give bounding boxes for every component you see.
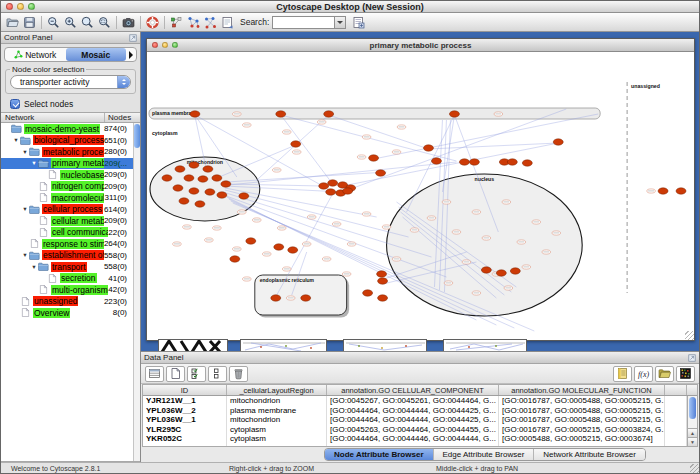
tab-mosaic[interactable]: Mosaic (66, 48, 127, 61)
canvas-resize-grip[interactable] (685, 331, 694, 340)
network-canvas[interactable]: plasma membranecytoplasm mitochondrion n… (147, 52, 694, 340)
svg-text:endoplasmic reticulum: endoplasmic reticulum (260, 277, 315, 283)
tree-row[interactable]: multi-organism pro 42(0) (1, 284, 140, 296)
select-nodes-checkbox[interactable] (10, 99, 20, 109)
zoom-in-icon[interactable] (62, 14, 79, 30)
import-attributes-icon[interactable] (350, 14, 367, 30)
tree-scrollbar-thumb[interactable] (134, 124, 140, 148)
tree-row-label: macromolecule (51, 193, 104, 203)
attr-grid-icon[interactable] (145, 366, 164, 382)
column-header[interactable]: annotation.GO CELLULAR_COMPONENT (327, 385, 499, 395)
tab-edge-attribute-browser[interactable]: Edge Attribute Browser (433, 449, 534, 460)
network-layout-b-icon[interactable] (185, 14, 202, 30)
snapshot-icon[interactable] (120, 14, 137, 30)
table-row[interactable]: YKR052Ccytoplasm[GO:0044464, GO:0044446,… (143, 434, 697, 444)
search-dropdown-icon[interactable] (334, 16, 346, 29)
tree-row[interactable]: unassigned 223(0) (1, 296, 140, 308)
column-header[interactable]: ID (143, 385, 227, 395)
node-color-dropdown[interactable]: transporter activity (10, 75, 131, 89)
cytoscape-window: Cytoscape Desktop (New Session) Search: … (0, 0, 700, 474)
zoom-fit-icon[interactable] (79, 14, 96, 30)
table-row[interactable]: YPL036W__1mitochondrion[GO:0044464, GO:0… (143, 415, 697, 425)
network-tab-icon (14, 50, 23, 59)
expand-arrow-icon[interactable]: ▼ (30, 160, 38, 166)
background-window-fragment[interactable] (240, 339, 327, 351)
search-input[interactable] (272, 16, 334, 29)
attr-matrix-icon[interactable] (676, 366, 695, 382)
expand-arrow-icon[interactable]: ▼ (21, 149, 29, 155)
dropdown-stepper-icon (117, 76, 130, 88)
background-window-fragment[interactable] (343, 339, 427, 351)
tab-network[interactable]: Network (5, 48, 66, 61)
new-attr-icon[interactable] (166, 366, 185, 382)
file-icon (47, 274, 58, 283)
table-row[interactable]: YPL036W__2plasma membrane[GO:0044464, GO… (143, 406, 697, 416)
attribute-table: ID_cellularLayoutRegionannotation.GO CEL… (142, 384, 698, 447)
column-header[interactable]: annotation.GO MOLECULAR_FUNCTION (499, 385, 665, 395)
float-panel-icon[interactable] (688, 354, 696, 362)
table-row[interactable]: YLR295Ccytoplasm[GO:0045263, GO:0044464,… (143, 425, 697, 435)
table-row[interactable]: YDR039C__1mitochondrion[GO:0044464, GO:0… (143, 444, 697, 447)
expand-arrow-icon[interactable]: ▼ (30, 264, 38, 270)
expand-arrow-icon[interactable]: ▼ (21, 252, 29, 258)
attr-fx-icon[interactable] (634, 366, 653, 382)
tree-row[interactable]: ▼ metabolic process 280(0) (1, 146, 140, 158)
tree-row[interactable]: cell communicat 22(0) (1, 227, 140, 239)
tree-row[interactable]: ▼ biological_process 651(0) (1, 135, 140, 147)
scroll-up-icon[interactable]: ▲ (688, 428, 697, 437)
attr-load-icon[interactable] (655, 366, 674, 382)
window-resize-grip[interactable] (690, 464, 699, 473)
table-row[interactable]: YJR121W__1mitochondrion[GO:0045267, GO:0… (143, 396, 697, 406)
tree-row[interactable]: ▼ transport 558(0) (1, 261, 140, 273)
annotation-doc-icon[interactable] (219, 14, 236, 30)
select-attr-icon[interactable] (187, 366, 206, 382)
tree-scrollbar[interactable] (133, 123, 140, 461)
window-titlebar[interactable]: Cytoscape Desktop (New Session) (1, 1, 699, 13)
open-file-icon[interactable] (4, 14, 21, 30)
tree-row[interactable]: Overview 8(0) (1, 307, 140, 319)
tab-network-attribute-browser[interactable]: Network Attribute Browser (533, 449, 644, 460)
tree-row[interactable]: macromolecule 311(0) (1, 192, 140, 204)
save-icon[interactable] (21, 14, 38, 30)
network-window-titlebar[interactable]: primary metabolic process (147, 39, 694, 52)
table-scrollbar[interactable]: ▲ ▼ (687, 396, 697, 446)
expand-arrow-icon[interactable]: ▼ (21, 206, 29, 212)
file-icon (38, 193, 49, 202)
tree-row[interactable]: secretion 41(0) (1, 273, 140, 285)
tree-row-label: secretion (60, 273, 97, 283)
tree-row[interactable]: cellular metabo 209(0) (1, 215, 140, 227)
tree-row[interactable]: ▼ cellular process 614(0) (1, 204, 140, 216)
tree-row[interactable]: ▼ establishment of lo 558(0) (1, 250, 140, 262)
tree-row[interactable]: nucleobase- 209(0) (1, 169, 140, 181)
table-scrollbar-thumb[interactable] (689, 397, 696, 419)
zoom-out-icon[interactable] (45, 14, 62, 30)
zoom-selected-icon[interactable] (96, 14, 113, 30)
background-window-fragment[interactable] (158, 339, 228, 351)
network-window-title: primary metabolic process (147, 41, 694, 50)
tree-row-count: 280(0) (104, 147, 133, 156)
tab-node-attribute-browser[interactable]: Node Attribute Browser (325, 449, 433, 460)
delete-attr-icon[interactable] (229, 366, 248, 382)
network-layout-c-icon[interactable] (202, 14, 219, 30)
file-icon (20, 308, 31, 317)
attr-notes-icon[interactable] (613, 366, 632, 382)
network-column-header[interactable]: Network (1, 113, 104, 122)
tree-row[interactable]: response to stimulu 264(0) (1, 238, 140, 250)
background-window-fragment[interactable] (443, 339, 527, 351)
unselect-attr-icon[interactable] (208, 366, 227, 382)
window-title: Cytoscape Desktop (New Session) (1, 2, 699, 12)
expand-arrow-icon[interactable]: ▼ (12, 137, 20, 143)
tree-row-count: 874(0) (104, 124, 133, 133)
scroll-down-icon[interactable]: ▼ (688, 437, 697, 446)
more-tabs-arrow-icon[interactable] (126, 51, 136, 59)
network-layout-a-icon[interactable] (168, 14, 185, 30)
svg-text:cytoplasm: cytoplasm (152, 130, 178, 136)
help-ring-icon[interactable] (144, 14, 161, 30)
tree-row[interactable]: mosaic-demo-yeast 874(0) (1, 123, 140, 135)
network-view-window[interactable]: primary metabolic process plasma membran… (146, 38, 695, 341)
nodes-column-header[interactable]: Nodes (104, 113, 140, 122)
column-header[interactable]: _cellularLayoutRegion (227, 385, 327, 395)
tree-row[interactable]: nitrogen compo 209(0) (1, 181, 140, 193)
tree-row[interactable]: ▼ primary metabo 209(... (1, 158, 140, 170)
float-panel-icon[interactable] (129, 34, 137, 42)
